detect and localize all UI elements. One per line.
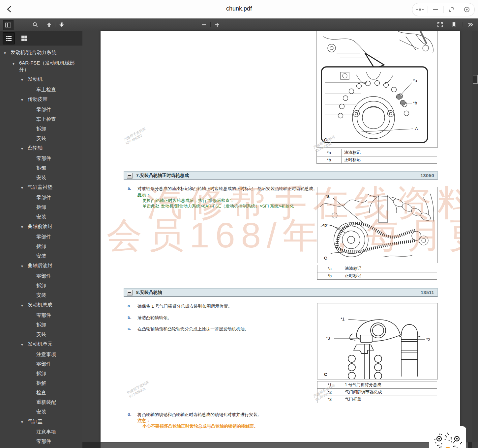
- triangle-down-icon[interactable]: ▼: [20, 184, 28, 191]
- outline-item[interactable]: 安装: [0, 331, 82, 338]
- thumbnails-view-button[interactable]: [18, 32, 30, 44]
- triangle-down-icon[interactable]: ▼: [12, 60, 19, 67]
- triangle-placeholder: [29, 243, 36, 244]
- outline-item[interactable]: 零部件: [0, 155, 82, 162]
- section8-header: 8.安装凸轮轴 13511: [124, 288, 438, 297]
- outline-item[interactable]: 车上检查: [0, 116, 82, 123]
- outline-item[interactable]: 拆卸: [0, 322, 82, 328]
- outline-item-label: 发动机/混合动力系统: [11, 49, 58, 56]
- restore-window-button[interactable]: [443, 6, 459, 13]
- outline-item[interactable]: 安装: [0, 213, 82, 220]
- record-icon: [463, 6, 470, 13]
- outline-item[interactable]: 拆卸: [0, 370, 82, 377]
- outline-item[interactable]: 零部件: [0, 438, 82, 445]
- outline-item[interactable]: ▼传动皮带: [0, 96, 82, 103]
- qr-code[interactable]: [429, 426, 466, 448]
- triangle-down-icon[interactable]: ▼: [20, 145, 28, 152]
- outline-item[interactable]: 安装: [0, 135, 82, 142]
- outline-item[interactable]: 拆解: [0, 380, 82, 386]
- outline-item-label: 零部件: [36, 312, 53, 319]
- outline-item[interactable]: 零部件: [0, 273, 82, 279]
- zoom-out-button[interactable]: [199, 20, 209, 30]
- outline-item[interactable]: 零部件: [0, 234, 82, 240]
- sidebar-header: [0, 31, 82, 45]
- outline-view-button[interactable]: [3, 32, 15, 44]
- vertical-scrollbar[interactable]: [472, 31, 478, 442]
- minimize-button[interactable]: [428, 6, 443, 13]
- hint-line1: 更换凸轮轴正时齿轮总成后，执行"维修后检查"。: [142, 198, 235, 204]
- triangle-down-icon[interactable]: ▼: [20, 341, 28, 348]
- mark-table-1: *a油漆标记 *b正时标记: [316, 149, 437, 164]
- outline-tree: ▼发动机/混合动力系统▼6AR-FSE（发动机机械部分）▼发动机车上检查▼传动皮…: [0, 45, 82, 448]
- outline-item[interactable]: ▼曲轴前油封: [0, 223, 82, 231]
- presentation-mode-button[interactable]: [435, 20, 445, 30]
- restore-icon: [448, 7, 454, 13]
- outline-item-label: 拆卸: [36, 126, 48, 132]
- outline-item[interactable]: 注意事项: [0, 351, 82, 358]
- bookmark-button[interactable]: [449, 20, 459, 30]
- outline-item-label: 拆卸: [36, 204, 48, 210]
- figure2-corner-label: C: [324, 256, 327, 261]
- outline-item[interactable]: 零部件: [0, 312, 82, 319]
- triangle-down-icon[interactable]: ▼: [20, 76, 28, 83]
- collapse-icon[interactable]: [127, 290, 133, 295]
- record-button[interactable]: [459, 6, 474, 13]
- triangle-down-icon[interactable]: ▼: [20, 223, 28, 231]
- collapse-icon[interactable]: [127, 173, 133, 179]
- outline-item[interactable]: 车上检查: [0, 86, 82, 93]
- triangle-placeholder: [29, 273, 36, 274]
- zoom-in-button[interactable]: [212, 20, 222, 30]
- outline-item[interactable]: 安装: [0, 174, 82, 181]
- outline-item[interactable]: 检查: [0, 389, 82, 396]
- horizontal-scrollbar-thumb[interactable]: [101, 442, 468, 448]
- outline-item[interactable]: 注意事项: [0, 429, 82, 435]
- step-letter: d.: [128, 412, 132, 417]
- triangle-down-icon[interactable]: ▼: [20, 262, 28, 270]
- outline-item[interactable]: ▼发动机单元: [0, 341, 82, 348]
- hint-link[interactable]: 发动机/混合动力系统>6AR-FSE（发动机控制系统）>SFI 系统>初始化: [161, 204, 294, 209]
- id-watermark: 汽修帮手资料库ID:7496002: [123, 126, 148, 145]
- outline-item[interactable]: ▼6AR-FSE（发动机机械部分）: [0, 60, 82, 73]
- outline-item-label: 曲轴后油封: [28, 262, 54, 269]
- outline-item[interactable]: 安装: [0, 253, 82, 259]
- outline-item[interactable]: 零部件: [0, 106, 82, 113]
- outline-item[interactable]: 拆卸: [0, 165, 82, 171]
- step-letter: c.: [128, 326, 131, 331]
- outline-item[interactable]: 拆卸: [0, 126, 82, 132]
- find-button[interactable]: [30, 20, 40, 30]
- outline-item[interactable]: 重新装配: [0, 399, 82, 406]
- triangle-placeholder: [29, 253, 36, 254]
- outline-item[interactable]: 安装: [0, 292, 82, 298]
- step-text: 在凸轮轴轴颈和凸轮轴壳分总成上涂抹一薄层发动机机油。: [137, 326, 309, 332]
- sidebar-toggle-button[interactable]: [3, 20, 14, 30]
- outline-item[interactable]: 拆卸: [0, 204, 82, 210]
- vertical-scrollbar-thumb[interactable]: [473, 75, 478, 84]
- outline-item[interactable]: ▼发动机总成: [0, 301, 82, 309]
- triangle-down-icon[interactable]: ▼: [3, 49, 11, 57]
- figure3-label-1: *1: [341, 317, 344, 322]
- toolbar-overflow-button[interactable]: [465, 20, 475, 30]
- next-page-button[interactable]: [57, 20, 67, 30]
- previous-page-button[interactable]: [44, 20, 54, 30]
- outline-item[interactable]: 零部件: [0, 361, 82, 367]
- horizontal-scrollbar[interactable]: [82, 442, 472, 448]
- notice-label: 注意：: [137, 418, 150, 424]
- outline-item[interactable]: 零部件: [0, 194, 82, 201]
- outline-item[interactable]: 安装: [0, 408, 82, 415]
- outline-item[interactable]: ▼凸轮轴: [0, 145, 82, 152]
- section7-header: 7.安装凸轮轴正时齿轮总成 13050: [124, 171, 438, 180]
- outline-item[interactable]: ▼发动机/混合动力系统: [0, 49, 82, 57]
- outline-item[interactable]: ▼发动机: [0, 76, 82, 83]
- outline-item[interactable]: ▼气缸盖: [0, 418, 82, 426]
- document-title: chunk.pdf: [0, 5, 478, 12]
- outline-item[interactable]: ▼曲轴后油封: [0, 262, 82, 270]
- outline-item[interactable]: 拆卸: [0, 243, 82, 250]
- section8-code: 13511: [421, 290, 434, 295]
- zoom-out-icon: [202, 22, 206, 27]
- triangle-down-icon[interactable]: ▼: [20, 301, 28, 309]
- more-options-button[interactable]: [412, 6, 428, 13]
- triangle-down-icon[interactable]: ▼: [20, 418, 28, 426]
- outline-item[interactable]: ▼气缸盖衬垫: [0, 184, 82, 191]
- outline-item[interactable]: 拆卸: [0, 282, 82, 289]
- triangle-down-icon[interactable]: ▼: [20, 96, 28, 103]
